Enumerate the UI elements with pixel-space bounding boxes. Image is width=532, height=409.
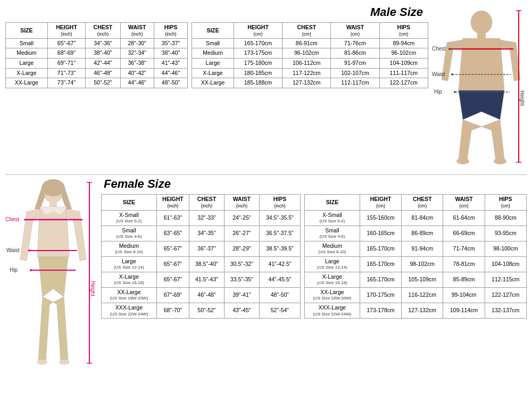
female-inch-chest-header: CHEST(inch) — [189, 195, 225, 211]
svg-point-32 — [28, 249, 30, 252]
female-figure: Chest Waist Hip Height — [5, 177, 98, 358]
svg-text:Chest: Chest — [5, 216, 19, 222]
male-cm-cell-4-0: XX-Large — [192, 78, 234, 88]
female-cm-cell-3-1: 165-170cm — [360, 256, 401, 272]
male-cm-cell-3-4: 111-117cm — [379, 68, 428, 78]
svg-text:Height: Height — [519, 90, 525, 106]
male-cm-cell-1-3: 81-86cm — [331, 48, 379, 59]
male-inch-waist-header: WAIST(inch) — [120, 23, 154, 39]
svg-rect-1 — [477, 32, 486, 38]
female-cm-cell-0-2: 81-84cm — [402, 210, 443, 226]
female-inch-cell-0-3: 24"-25" — [224, 210, 259, 226]
female-inch-cell-3-3: 30.5"-32" — [224, 256, 259, 272]
svg-point-11 — [448, 48, 451, 50]
male-inch-cell-3-2: 46"-48" — [86, 68, 120, 78]
male-cm-cell-2-0: Large — [192, 58, 234, 68]
divider-cell — [188, 68, 192, 78]
male-size-table: SIZE HEIGHT(inch) CHEST(inch) WAIST(inch… — [5, 22, 428, 88]
female-cm-cell-6-1: 173-178cm — [360, 303, 401, 318]
female-cm-cell-2-1: 165-170cm — [360, 241, 401, 256]
female-inch-cell-4-3: 33.5"-35" — [224, 272, 259, 287]
female-cm-cell-2-2: 91-94cm — [402, 241, 443, 256]
male-inch-cell-3-4: 44"-46" — [154, 68, 187, 78]
divider-cell — [301, 241, 305, 256]
female-inch-cell-0-4: 34.5"-35.5" — [259, 210, 300, 226]
female-inch-cell-0-2: 32"-33" — [189, 210, 225, 226]
page: Male Size SIZE HEIGHT(inch) CHEST(inch) … — [0, 0, 532, 409]
male-inch-cell-0-2: 34"-36" — [86, 38, 120, 48]
male-cm-height-header: HEIGHT(cm) — [234, 23, 282, 39]
female-cm-cell-1-4: 93-95cm — [485, 226, 526, 241]
female-cm-cell-1-0: Small(US Size 4-6) — [305, 226, 360, 241]
male-cm-cell-2-2: 106-112cm — [282, 58, 331, 68]
male-table-row: Small65"-67"34"-36"28"-30"35"-37"Small16… — [6, 38, 428, 48]
female-inch-size-header: SIZE — [102, 195, 157, 211]
female-inch-cell-2-0: Medium(US Size 8-10) — [102, 241, 157, 256]
female-cm-cell-5-2: 116-122cm — [402, 287, 443, 303]
female-size-table: SIZE HEIGHT(inch) CHEST(inch) WAIST(inch… — [101, 194, 527, 319]
female-inch-cell-2-3: 28"-29" — [224, 241, 259, 256]
female-table-row: X-Large(US Size 16-18)65"-67"41.5"-43"33… — [102, 272, 527, 287]
male-cm-cell-0-0: Small — [192, 38, 234, 48]
female-cm-cell-0-4: 88-90cm — [485, 210, 526, 226]
female-cm-cell-5-3: 99-104cm — [443, 287, 485, 303]
female-cm-waist-header: WAIST(cm) — [443, 195, 485, 211]
male-cm-cell-1-4: 96-102cm — [379, 48, 428, 59]
female-inch-cell-2-2: 36"-37" — [189, 241, 225, 256]
female-cm-cell-1-1: 160-165cm — [360, 226, 401, 241]
female-cm-cell-6-4: 132-137cm — [485, 303, 526, 318]
female-table-row: Small(US Size 4-6)63"-65"34"-35"26"-27"3… — [102, 226, 527, 241]
female-inch-cell-1-1: 63"-65" — [156, 226, 189, 241]
female-inch-cell-1-2: 34"-35" — [189, 226, 225, 241]
divider-cell — [301, 226, 305, 241]
male-cm-size-header: SIZE — [192, 23, 234, 39]
female-inch-cell-4-0: X-Large(US Size 16-18) — [102, 272, 157, 287]
female-cm-chest-header: CHEST(cm) — [402, 195, 443, 211]
female-inch-cell-6-3: 43"-45" — [224, 303, 259, 318]
divider — [188, 23, 192, 39]
female-inch-cell-5-4: 48"-50" — [259, 287, 300, 303]
male-inch-cell-4-4: 48"-50" — [154, 78, 187, 88]
female-cm-cell-5-1: 170-175cm — [360, 287, 401, 303]
female-inch-cell-3-4: 41"-42.5" — [259, 256, 300, 272]
male-inch-cell-4-2: 50"-52" — [86, 78, 120, 88]
male-table-area: Male Size SIZE HEIGHT(inch) CHEST(inch) … — [5, 5, 428, 88]
female-inch-cell-6-2: 50"-52" — [189, 303, 225, 318]
male-cm-cell-0-2: 86-91cm — [282, 38, 331, 48]
male-inch-cell-1-2: 38"-40" — [86, 48, 120, 59]
male-inch-cell-0-0: Small — [6, 38, 48, 48]
divider-cell — [301, 210, 305, 226]
svg-point-22 — [59, 360, 70, 365]
female-inch-cell-5-0: XX-Large(US Size 18W-20W) — [102, 287, 157, 303]
female-inch-cell-6-1: 68"-70" — [156, 303, 189, 318]
male-cm-cell-0-3: 71-76cm — [331, 38, 379, 48]
male-inch-cell-2-4: 41"-43" — [154, 58, 187, 68]
male-table-row: Medium68"-69"38"-40"32"-34"38"-40"Medium… — [6, 48, 428, 59]
female-inch-cell-1-0: Small(US Size 4-6) — [102, 226, 157, 241]
female-cm-height-header: HEIGHT(cm) — [360, 195, 401, 211]
male-inch-cell-2-0: Large — [6, 58, 48, 68]
female-cm-cell-4-2: 105-109cm — [402, 272, 443, 287]
female-table-row: XXX-Large(US Size 22W-24W)68"-70"50"-52"… — [102, 303, 527, 318]
divider-cell — [188, 58, 192, 68]
male-figure: Chest Waist Hip Height — [431, 5, 527, 170]
male-cm-cell-4-1: 185-188cm — [234, 78, 282, 88]
female-cm-cell-4-1: 165-170cm — [360, 272, 401, 287]
female-cm-cell-4-0: X-Large(US Size 16-18) — [305, 272, 360, 287]
female-inch-cell-1-4: 36.5"-37.5" — [259, 226, 300, 241]
male-cm-hips-header: HIPS(cm) — [379, 23, 428, 39]
divider-cell — [301, 256, 305, 272]
female-table-row: XX-Large(US Size 18W-20W)67"-69"46"-48"3… — [102, 287, 527, 303]
female-inch-cell-4-1: 65"-67" — [156, 272, 189, 287]
female-cm-cell-6-0: XXX-Large(US Size 22W-24W) — [305, 303, 360, 318]
male-inch-cell-0-3: 28"-30" — [120, 38, 154, 48]
male-figure-svg: Chest Waist Hip Height — [431, 5, 527, 170]
svg-point-19 — [41, 179, 65, 196]
female-cm-cell-2-4: 98-100cm — [485, 241, 526, 256]
svg-point-34 — [30, 269, 32, 271]
female-cm-cell-3-3: 78-81cm — [443, 256, 485, 272]
female-inch-cell-1-3: 26"-27" — [224, 226, 259, 241]
divider-cell — [188, 38, 192, 48]
female-inch-cell-4-2: 41.5"-43" — [189, 272, 225, 287]
female-table-row: X-Small(US Size 0-2)61"-63"32"-33"24"-25… — [102, 210, 527, 226]
